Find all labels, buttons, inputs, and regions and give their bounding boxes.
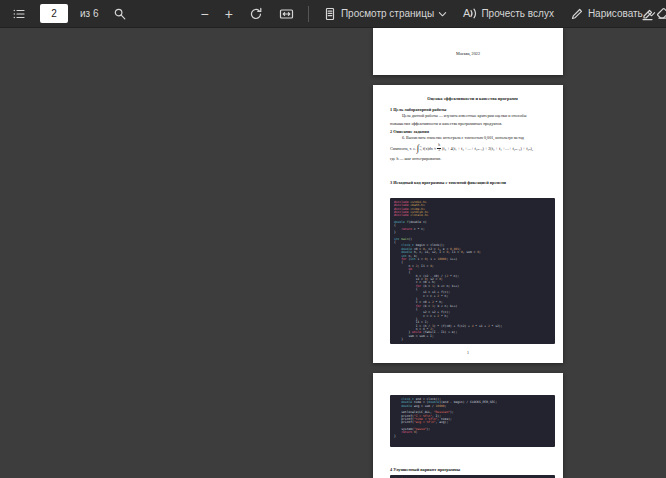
formula-prefix: Симпсона, т. е. bbox=[390, 146, 416, 151]
erase-button[interactable] bbox=[654, 5, 666, 23]
highlighter-icon bbox=[641, 7, 654, 21]
chevron-down-icon bbox=[438, 10, 447, 18]
page-1-partial: Москва, 2022 bbox=[373, 28, 563, 75]
page-view-icon bbox=[323, 7, 337, 21]
source-code-block-1: #include <stdio.h>#include <math.h>#incl… bbox=[390, 198, 555, 344]
paragraph-line: Цель данной работы — изучить известные к… bbox=[390, 112, 555, 120]
section-3-heading: 3 Исходный код программы с точечной фикс… bbox=[390, 180, 555, 185]
zoom-in-button[interactable]: + bbox=[223, 5, 235, 23]
zoom-out-button[interactable]: − bbox=[199, 5, 211, 23]
pdf-viewer-window: из 6 − + Просмот bbox=[0, 0, 666, 478]
document-title: Оценка эффективности и качества программ bbox=[390, 96, 555, 101]
read-aloud-label: Прочесть вслух bbox=[481, 8, 553, 19]
page-view-button[interactable]: Просмотр страницы bbox=[321, 5, 449, 23]
document-viewport[interactable]: Москва, 2022 Оценка эффективности и каче… bbox=[0, 28, 666, 478]
table-of-contents-button[interactable] bbox=[10, 5, 28, 23]
page-count-label: из 6 bbox=[80, 8, 99, 19]
title-page-footer: Москва, 2022 bbox=[373, 28, 563, 56]
page-2: Оценка эффективности и качества программ… bbox=[373, 85, 563, 363]
pdf-toolbar: из 6 − + Просмот bbox=[0, 0, 666, 28]
paragraph-line: 6. Вычислить значение интеграла с точнос… bbox=[390, 134, 555, 142]
toolbar-separator bbox=[308, 6, 309, 22]
integral-limits: x₂ x₀ bbox=[419, 145, 421, 151]
search-icon bbox=[113, 7, 127, 21]
read-aloud-button[interactable]: A Прочесть вслух bbox=[461, 5, 556, 22]
pages-column: Москва, 2022 Оценка эффективности и каче… bbox=[373, 28, 563, 478]
pen-icon bbox=[570, 7, 584, 21]
eraser-icon bbox=[656, 7, 666, 21]
draw-label: Нарисовать bbox=[588, 8, 643, 19]
page-number-footer: 1 bbox=[373, 350, 563, 355]
fit-to-width-button[interactable] bbox=[277, 5, 296, 23]
page-number-input[interactable] bbox=[40, 4, 68, 23]
page-view-label: Просмотр страницы bbox=[341, 8, 434, 19]
rotate-icon bbox=[249, 7, 263, 21]
read-aloud-icon: A bbox=[463, 7, 477, 20]
formula-tail: (f₀ + 4(f₁ + f₃ +…+ f₂ₙ₋₁) + 2(f₂ + f₄ +… bbox=[442, 146, 533, 151]
formula-body: f(x)dx ≈ bbox=[423, 146, 437, 151]
task-formula: Симпсона, т. е. ∫ x₂ x₀ f(x)dx ≈ h 3 (f₀… bbox=[390, 142, 555, 155]
source-code-block-2: clock_t end = clock(); double time = (do… bbox=[390, 395, 555, 447]
paragraph-line: где h — шаг интегрирования. bbox=[390, 155, 555, 163]
paragraph-line: повышения эффективности и качества прогр… bbox=[390, 120, 555, 128]
page-3-partial: clock_t end = clock(); double time = (do… bbox=[373, 373, 563, 478]
section-4-heading: 4 Улучшенный вариант программы bbox=[390, 467, 555, 472]
rotate-button[interactable] bbox=[247, 5, 265, 23]
fit-to-width-icon bbox=[279, 7, 294, 21]
search-button[interactable] bbox=[111, 5, 129, 23]
formula-fraction: h 3 bbox=[437, 144, 441, 153]
table-of-contents-icon bbox=[12, 7, 26, 21]
